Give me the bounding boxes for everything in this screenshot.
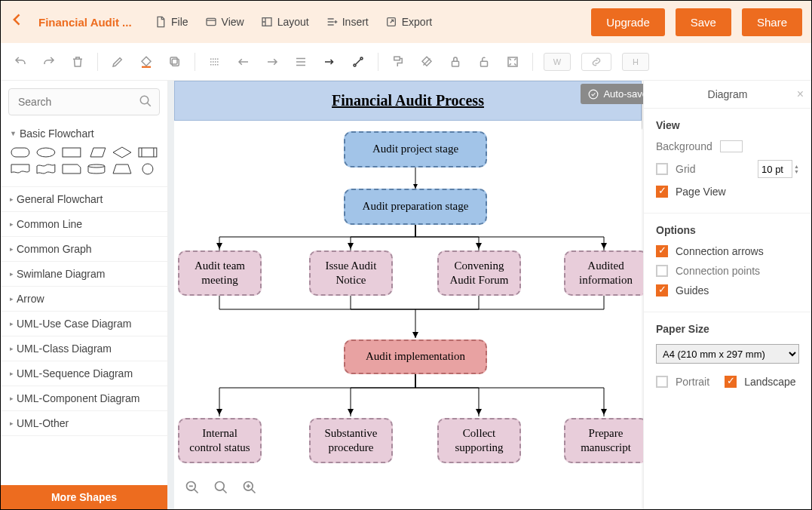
separator	[97, 53, 98, 71]
lock-icon[interactable]	[446, 53, 464, 71]
delete-icon[interactable]	[69, 53, 87, 71]
shape-circle[interactable]	[137, 162, 158, 176]
redo-icon[interactable]	[40, 53, 58, 71]
node-audited-info[interactable]: Audited information	[564, 250, 643, 296]
link-dimensions-icon[interactable]	[581, 53, 611, 71]
background-swatch[interactable]	[720, 140, 743, 152]
shape-cylinder[interactable]	[86, 162, 107, 176]
pageview-checkbox[interactable]	[656, 186, 668, 198]
category-item[interactable]: ▸Arrow	[1, 287, 167, 312]
autosave-badge: Auto-save	[581, 84, 643, 104]
shape-parallelogram[interactable]	[86, 146, 107, 159]
diagram-title[interactable]: Financial Audit Process	[174, 81, 642, 121]
svg-marker-27	[476, 409, 482, 415]
node-audit-implementation[interactable]: Audit implementation	[344, 339, 487, 374]
guides-checkbox[interactable]	[656, 284, 668, 296]
menu-layout[interactable]: Layout	[261, 16, 309, 28]
search-input[interactable]	[8, 88, 160, 115]
line-style-icon[interactable]	[206, 53, 224, 71]
shape-ellipse[interactable]	[35, 146, 57, 159]
node-substantive[interactable]: Substantive procedure	[309, 418, 393, 463]
node-prepare-manuscript[interactable]: Prepare manuscript	[564, 418, 643, 463]
shape-document[interactable]	[10, 162, 31, 176]
fill-color-icon[interactable]	[137, 53, 155, 71]
svg-rect-0	[207, 18, 216, 25]
paper-size-select[interactable]: A4 (210 mm x 297 mm)	[656, 344, 799, 364]
svg-rect-7	[394, 57, 400, 60]
connector-icon[interactable]	[320, 53, 339, 71]
upgrade-button[interactable]: Upgrade	[591, 8, 665, 36]
canvas-wrap[interactable]: Auto-save Financial Audit Process Audit …	[168, 81, 643, 509]
undo-icon[interactable]	[11, 53, 29, 71]
node-team-meeting[interactable]: Audit team meeting	[178, 250, 262, 296]
svg-point-18	[590, 90, 599, 99]
clone-icon[interactable]	[166, 53, 184, 71]
grid-size-input[interactable]	[758, 160, 792, 178]
svg-marker-20	[216, 243, 222, 249]
shape-diamond[interactable]	[112, 146, 133, 159]
format-paint-icon[interactable]	[389, 53, 407, 71]
menu-export[interactable]: Export	[385, 16, 432, 28]
save-button[interactable]: Save	[676, 8, 731, 36]
flow-area[interactable]: Audit project stage Audit preparation st…	[174, 121, 642, 507]
node-audit-project-stage[interactable]: Audit project stage	[344, 131, 487, 167]
category-item[interactable]: ▸UML-Class Diagram	[1, 336, 167, 361]
unlock-icon[interactable]	[475, 53, 493, 71]
node-convening-forum[interactable]: Convening Audit Forum	[437, 250, 521, 296]
shape-trapezoid[interactable]	[112, 162, 133, 176]
category-item[interactable]: ▸UML-Sequence Diagram	[1, 361, 167, 386]
shape-rect[interactable]	[61, 146, 82, 159]
share-button[interactable]: Share	[742, 8, 802, 36]
shape-subprocess[interactable]	[137, 146, 158, 159]
align-icon[interactable]	[292, 53, 310, 71]
menu-bar: File View Layout Insert Export	[155, 16, 432, 28]
more-shapes-button[interactable]: More Shapes	[1, 485, 167, 509]
category-item[interactable]: ▸General Flowchart	[1, 187, 167, 212]
category-item[interactable]: ▸UML-Component Diagram	[1, 386, 167, 411]
spin-up-icon[interactable]: ▲	[794, 164, 799, 169]
expand-icon[interactable]	[504, 53, 522, 71]
node-audit-preparation[interactable]: Audit preparation stage	[344, 189, 487, 225]
shape-tape[interactable]	[35, 162, 57, 176]
shape-rounded-rect[interactable]	[10, 146, 31, 159]
document-title[interactable]: Financial Audit ...	[38, 16, 136, 29]
portrait-checkbox[interactable]	[656, 376, 668, 388]
spin-down-icon[interactable]: ▼	[794, 169, 799, 174]
menu-view[interactable]: View	[205, 16, 244, 28]
zoom-reset-icon[interactable]	[213, 480, 228, 498]
conn-arrows-checkbox[interactable]	[656, 245, 668, 257]
category-item[interactable]: ▸UML-Other	[1, 411, 167, 436]
node-issue-notice[interactable]: Issue Audit Notice	[309, 250, 393, 296]
shape-section-header[interactable]: ▼Basic Flowchart	[10, 128, 158, 140]
chevron-down-icon: ▼	[10, 130, 17, 137]
edit-icon[interactable]	[109, 53, 127, 71]
menu-insert[interactable]: Insert	[326, 16, 369, 28]
category-item[interactable]: ▸UML-Use Case Diagram	[1, 312, 167, 336]
svg-rect-3	[172, 59, 179, 66]
arrow-left-icon[interactable]	[234, 53, 253, 71]
shape-card[interactable]	[61, 162, 82, 176]
width-input[interactable]: W	[544, 53, 571, 71]
top-bar: Financial Audit ... File View Layout Ins…	[1, 1, 811, 43]
node-collect-support[interactable]: Collect supporting	[437, 418, 521, 463]
menu-file[interactable]: File	[155, 16, 188, 28]
node-internal-control[interactable]: Internal control status	[178, 418, 262, 463]
category-item[interactable]: ▸Common Graph	[1, 237, 167, 262]
height-input[interactable]: H	[622, 53, 649, 71]
zoom-in-icon[interactable]	[242, 480, 257, 498]
section-title: Paper Size	[656, 323, 799, 335]
search-icon[interactable]	[139, 94, 152, 111]
conn-points-checkbox[interactable]	[656, 265, 668, 277]
back-icon[interactable]	[10, 12, 25, 32]
zoom-out-icon[interactable]	[185, 480, 200, 498]
canvas[interactable]: Auto-save Financial Audit Process Audit …	[174, 81, 642, 509]
grid-checkbox[interactable]	[656, 163, 668, 175]
close-icon[interactable]: ×	[797, 88, 804, 101]
category-item[interactable]: ▸Common Line	[1, 212, 167, 237]
arrow-right-icon[interactable]	[263, 53, 281, 71]
clear-format-icon[interactable]	[418, 53, 436, 71]
waypoint-icon[interactable]	[349, 53, 367, 71]
landscape-checkbox[interactable]	[725, 376, 737, 388]
svg-point-16	[88, 164, 105, 167]
category-item[interactable]: ▸Swimlane Diagram	[1, 262, 167, 287]
